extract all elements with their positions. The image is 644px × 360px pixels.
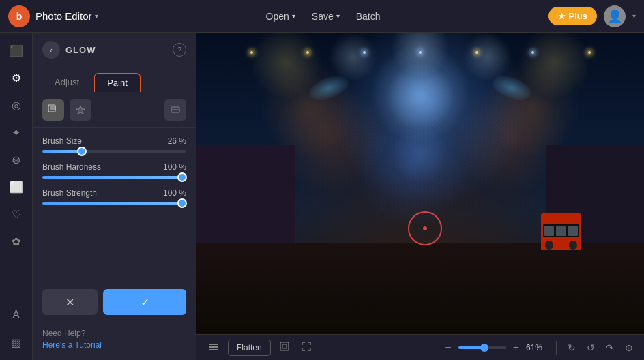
sidebar-item-effects[interactable]: ⊛ xyxy=(4,147,29,172)
brush-strength-label: Brush Strength xyxy=(42,188,97,198)
topbar-nav: Open ▾ Save ▾ Batch xyxy=(104,11,543,22)
avatar-chevron[interactable]: ▾ xyxy=(632,12,636,20)
brush-size-track[interactable] xyxy=(42,150,186,153)
svg-rect-7 xyxy=(209,349,218,350)
brush-hardness-track[interactable] xyxy=(42,176,186,179)
redo-button[interactable]: ↷ xyxy=(603,340,617,356)
tutorial-link[interactable]: Here's a Tutorial xyxy=(42,340,102,350)
svg-rect-6 xyxy=(209,346,218,348)
glow-panel: ‹ GLOW ? Adjust Paint xyxy=(33,33,196,360)
brush-hardness-thumb[interactable] xyxy=(177,172,187,182)
star-icon: ★ xyxy=(558,12,566,21)
toolbar-separator xyxy=(556,341,557,355)
stamp-tool-button[interactable] xyxy=(70,99,91,121)
brush-strength-fill xyxy=(42,202,186,205)
svg-rect-9 xyxy=(282,344,287,348)
angel-glow xyxy=(386,63,454,131)
sidebar-item-texture[interactable]: ▨ xyxy=(4,330,29,355)
svg-rect-5 xyxy=(209,344,218,345)
tab-paint[interactable]: Paint xyxy=(94,73,141,92)
zoom-slider[interactable] xyxy=(458,346,506,349)
zoom-slider-thumb[interactable] xyxy=(480,344,488,352)
svg-rect-8 xyxy=(280,342,289,350)
icon-sidebar: ⬛ ⚙ ◎ ✦ ⊛ ⬜ ♡ ✿ A ▨ xyxy=(0,33,33,360)
layers-icon[interactable] xyxy=(205,338,222,357)
fullscreen-icon[interactable] xyxy=(298,338,314,357)
brush-tool-button[interactable] xyxy=(42,99,64,121)
panel-help-icon[interactable]: ? xyxy=(173,43,186,57)
flatten-button[interactable]: Flatten xyxy=(228,340,271,356)
cancel-icon: ✕ xyxy=(65,296,74,309)
topbar: b Photo Editor ▾ Open ▾ Save ▾ Batch ★ P… xyxy=(0,0,644,33)
sliders-section: Brush Size 26 % Brush Hardness 100 % xyxy=(33,128,196,282)
save-menu[interactable]: Save ▾ xyxy=(312,11,340,22)
brush-size-thumb[interactable] xyxy=(77,147,87,156)
sidebar-item-star[interactable]: ✦ xyxy=(4,120,29,145)
svg-rect-0 xyxy=(48,105,55,112)
brush-hardness-slider-row: Brush Hardness 100 % xyxy=(42,162,186,179)
brush-strength-track[interactable] xyxy=(42,202,186,205)
action-row: ✕ ✓ xyxy=(33,282,196,322)
brush-hardness-label: Brush Hardness xyxy=(42,162,101,172)
erase-tool-button[interactable] xyxy=(164,99,186,121)
panel-title: GLOW xyxy=(65,45,167,55)
main-area: ⬛ ⚙ ◎ ✦ ⊛ ⬜ ♡ ✿ A ▨ ‹ GLOW ? Adjust Pain… xyxy=(0,33,644,360)
canvas-area[interactable]: Flatten − xyxy=(196,33,644,360)
zoom-out-button[interactable]: − xyxy=(442,340,454,355)
sidebar-item-sliders[interactable]: ⚙ xyxy=(4,65,29,90)
brush-strength-value: 100 % xyxy=(163,188,186,198)
back-button[interactable]: ‹ xyxy=(42,41,60,59)
plus-upgrade-button[interactable]: ★ Plus xyxy=(548,7,597,25)
zoom-in-button[interactable]: + xyxy=(510,340,522,355)
brush-strength-thumb[interactable] xyxy=(177,198,187,208)
help-section: Need Help? Here's a Tutorial xyxy=(33,322,196,360)
brush-hardness-value: 100 % xyxy=(163,162,186,172)
canvas-toolbar: Flatten − xyxy=(196,334,644,360)
rotate-button[interactable]: ↻ xyxy=(565,340,579,356)
app-logo[interactable]: b xyxy=(8,5,30,27)
open-menu[interactable]: Open ▾ xyxy=(266,11,295,22)
paint-tools-row xyxy=(33,92,196,128)
brush-size-value: 26 % xyxy=(168,136,186,146)
brush-size-label: Brush Size xyxy=(42,136,82,146)
panel-header: ‹ GLOW ? xyxy=(33,33,196,68)
user-avatar[interactable]: 👤 xyxy=(604,5,626,27)
cancel-button[interactable]: ✕ xyxy=(42,289,98,315)
confirm-button[interactable]: ✓ xyxy=(103,289,186,315)
photo-scene xyxy=(196,33,644,334)
zoom-controls: − + 61% xyxy=(442,340,548,355)
topbar-right: ★ Plus 👤 ▾ xyxy=(548,5,636,27)
batch-button[interactable]: Batch xyxy=(356,11,381,22)
brush-strength-slider-row: Brush Strength 100 % xyxy=(42,188,186,205)
zoom-value: 61% xyxy=(526,343,548,352)
red-bus xyxy=(541,213,581,250)
confirm-icon: ✓ xyxy=(141,296,149,309)
app-title-chevron: ▾ xyxy=(95,12,98,20)
brush-hardness-fill xyxy=(42,176,186,179)
sidebar-item-crop[interactable]: ⬜ xyxy=(4,175,29,199)
help-text: Need Help? xyxy=(42,329,186,338)
sidebar-item-eye[interactable]: ◎ xyxy=(4,93,29,117)
tab-adjust[interactable]: Adjust xyxy=(42,73,91,92)
sidebar-item-image[interactable]: ⬛ xyxy=(4,38,29,63)
fit-icon[interactable] xyxy=(276,338,293,357)
panel-tabs: Adjust Paint xyxy=(33,68,196,92)
canvas-image-area xyxy=(196,33,644,334)
brush-size-slider-row: Brush Size 26 % xyxy=(42,136,186,153)
app-title[interactable]: Photo Editor ▾ xyxy=(35,10,98,22)
road-surface xyxy=(196,243,644,334)
sidebar-item-shape[interactable]: ✿ xyxy=(4,229,29,254)
sidebar-item-text[interactable]: A xyxy=(4,303,29,327)
undo-button[interactable]: ↺ xyxy=(584,340,598,356)
sidebar-item-heart[interactable]: ♡ xyxy=(4,202,29,226)
brush-size-fill xyxy=(42,150,80,153)
history-button[interactable]: ⊙ xyxy=(622,340,636,356)
